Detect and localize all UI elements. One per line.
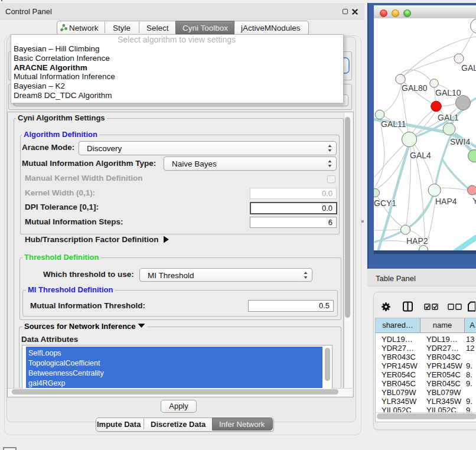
svg-text:SWI4: SWI4 xyxy=(450,137,470,146)
svg-text:GAL2: GAL2 xyxy=(461,63,476,73)
svg-text:GAL80: GAL80 xyxy=(402,83,428,93)
svg-text:GAL10: GAL10 xyxy=(435,88,461,97)
svg-text:GCY1: GCY1 xyxy=(374,198,396,208)
svg-text:HAP4: HAP4 xyxy=(435,197,457,206)
svg-text:GAL4: GAL4 xyxy=(410,151,431,160)
svg-text:GAL11: GAL11 xyxy=(381,119,406,129)
svg-text:HAP2: HAP2 xyxy=(406,236,428,246)
svg-text:GAL1: GAL1 xyxy=(438,113,459,122)
svg-text:YM: YM xyxy=(472,196,476,206)
